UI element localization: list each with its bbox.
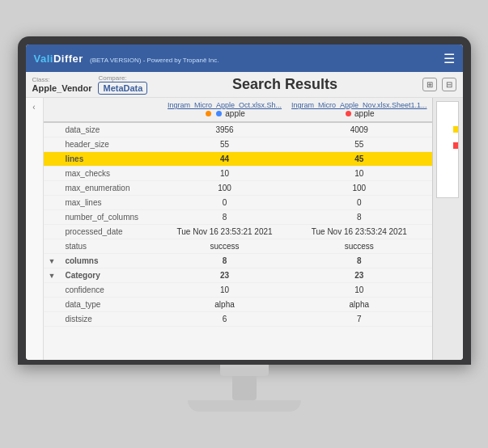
col-file2-header: Ingram_Micro_Apple_Nov.xlsx.Sheet1.1... …: [286, 98, 431, 122]
expand-view-button[interactable]: ⊞: [422, 78, 437, 91]
compare-value: MetaData: [98, 82, 147, 95]
row-name-cell: Category: [60, 268, 163, 283]
row-name-cell: distsize: [60, 312, 163, 327]
monitor-stand-top: [220, 365, 269, 376]
row-val1-cell: Tue Nov 16 23:53:21 2021: [163, 225, 286, 239]
dot-blue: [216, 111, 222, 116]
content-area: ‹ Ingram_Micro_Apple_Oct.xlsx.Sh...: [26, 98, 463, 360]
row-name-cell: lines: [60, 152, 163, 167]
table-row: confidence1010: [44, 283, 432, 298]
row-val1-cell: success: [163, 239, 286, 254]
expand-cell: [44, 181, 61, 196]
expand-cell: [44, 152, 61, 167]
monitor-wrapper: ValiDiffer (BETA VERSION) - Powered by T…: [18, 36, 471, 412]
table-row: distsize67: [44, 312, 432, 327]
class-group: Class: Apple_Vendor: [32, 76, 92, 93]
row-val1-cell: 10: [163, 283, 286, 298]
search-results-title: Search Results: [154, 76, 415, 93]
expand-icon: ▼: [49, 272, 56, 280]
thumb-preview: [436, 101, 459, 198]
row-val2-cell: alpha: [286, 298, 431, 312]
app-header: ValiDiffer (BETA VERSION) - Powered by T…: [26, 44, 463, 72]
row-val2-cell: success: [286, 239, 431, 254]
screen: ValiDiffer (BETA VERSION) - Powered by T…: [26, 44, 463, 360]
beta-text: (BETA VERSION) - Powered by Tropanē Inc.: [90, 57, 219, 64]
row-val1-cell: alpha: [163, 298, 286, 312]
file1-sub-text: apple: [225, 109, 244, 118]
row-val2-cell: Tue Nov 16 23:53:24 2021: [286, 225, 431, 239]
row-name-cell: number_of_columns: [60, 210, 163, 225]
expand-cell: [44, 283, 61, 298]
file2-sub-text: apple: [354, 109, 374, 118]
table-header-row: Ingram_Micro_Apple_Oct.xlsx.Sh... apple: [44, 98, 432, 122]
row-val2-cell: 8: [286, 254, 431, 268]
table-row: data_size39564009: [44, 122, 432, 137]
col-name-header: [60, 98, 163, 122]
expand-cell: [44, 210, 61, 225]
results-table: Ingram_Micro_Apple_Oct.xlsx.Sh... apple: [44, 98, 432, 327]
table-body: data_size39564009header_size5555lines444…: [44, 122, 432, 327]
row-val1-cell: 100: [163, 181, 286, 196]
thumb-highlight: [453, 126, 458, 133]
row-val1-cell: 8: [163, 254, 286, 268]
logo-differ: Differ: [53, 53, 83, 65]
hamburger-menu[interactable]: ☰: [443, 51, 455, 66]
expand-icon: ▼: [49, 257, 56, 265]
sidebar-collapse-arrow[interactable]: ‹: [32, 103, 35, 112]
expand-cell: [44, 312, 61, 327]
row-val1-cell: 23: [163, 268, 286, 283]
toolbar-icons: ⊞ ⊟: [422, 78, 456, 91]
row-val2-cell: 23: [286, 268, 431, 283]
thumb-diff-marker: [453, 142, 458, 149]
row-name-cell: confidence: [60, 283, 163, 298]
row-val2-cell: 0: [286, 196, 431, 210]
expand-cell: [44, 167, 61, 181]
row-val1-cell: 3956: [163, 122, 286, 137]
row-val2-cell: 4009: [286, 122, 431, 137]
table-row: max_lines00: [44, 196, 432, 210]
table-row: max_enumeration100100: [44, 181, 432, 196]
row-name-cell: max_lines: [60, 196, 163, 210]
row-name-cell: data_size: [60, 122, 163, 137]
row-val1-cell: 44: [163, 152, 286, 167]
row-val2-cell: 7: [286, 312, 431, 327]
sidebar: ‹: [26, 98, 44, 360]
row-name-cell: data_type: [60, 298, 163, 312]
dot-orange: [206, 111, 211, 116]
row-name-cell: status: [60, 239, 163, 254]
row-name-cell: columns: [60, 254, 163, 268]
compare-group: Compare: MetaData: [98, 74, 147, 95]
row-val1-cell: 8: [163, 210, 286, 225]
file1-link[interactable]: Ingram_Micro_Apple_Oct.xlsx.Sh...: [168, 101, 282, 109]
expand-cell: [44, 196, 61, 210]
right-panel: [432, 98, 463, 360]
table-row: processed_dateTue Nov 16 23:53:21 2021Tu…: [44, 225, 432, 239]
row-val1-cell: 55: [163, 137, 286, 152]
row-val2-cell: 10: [286, 283, 431, 298]
logo: ValiDiffer (BETA VERSION) - Powered by T…: [34, 53, 219, 65]
expand-cell[interactable]: ▼: [44, 254, 61, 268]
table-row: ▼columns88: [44, 254, 432, 268]
row-val2-cell: 55: [286, 137, 431, 152]
class-label: Class:: [32, 76, 92, 83]
file2-sub: apple: [291, 109, 426, 118]
col-file1-header: Ingram_Micro_Apple_Oct.xlsx.Sh... apple: [163, 98, 286, 122]
row-val2-cell: 45: [286, 152, 431, 167]
table-row: number_of_columns88: [44, 210, 432, 225]
table-row: statussuccesssuccess: [44, 239, 432, 254]
row-name-cell: processed_date: [60, 225, 163, 239]
table-row: ▼Category2323: [44, 268, 432, 283]
expand-cell[interactable]: ▼: [44, 268, 61, 283]
table-row: header_size5555: [44, 137, 432, 152]
logo-text: ValiDiffer: [34, 53, 87, 65]
row-val1-cell: 10: [163, 167, 286, 181]
filter-button[interactable]: ⊟: [442, 78, 456, 91]
expand-cell: [44, 137, 61, 152]
table-wrapper[interactable]: Ingram_Micro_Apple_Oct.xlsx.Sh... apple: [44, 98, 432, 360]
app: ValiDiffer (BETA VERSION) - Powered by T…: [26, 44, 463, 360]
expand-cell: [44, 298, 61, 312]
app-subheader: Class: Apple_Vendor Compare: MetaData Se…: [26, 72, 463, 98]
row-val2-cell: 100: [286, 181, 431, 196]
file2-link[interactable]: Ingram_Micro_Apple_Nov.xlsx.Sheet1.1...: [291, 101, 426, 109]
row-name-cell: max_checks: [60, 167, 163, 181]
